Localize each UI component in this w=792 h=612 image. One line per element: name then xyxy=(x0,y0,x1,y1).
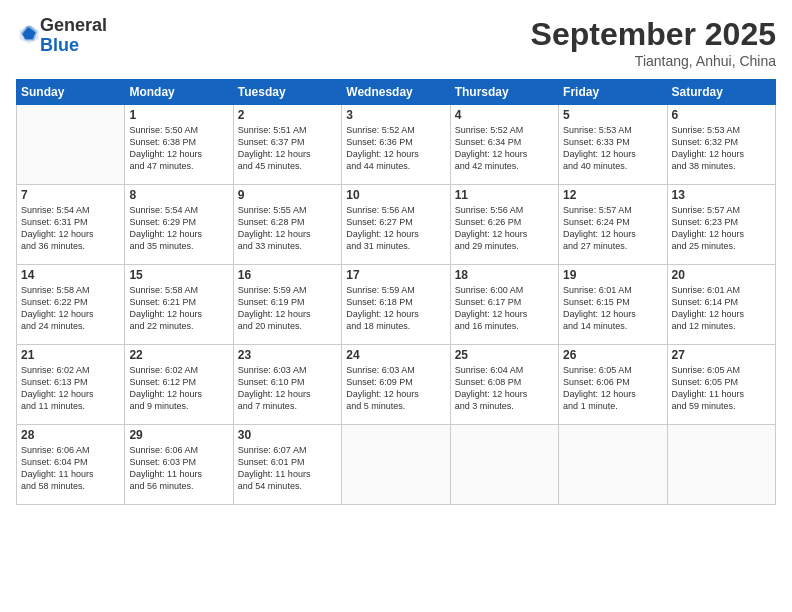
calendar-cell: 10Sunrise: 5:56 AMSunset: 6:27 PMDayligh… xyxy=(342,185,450,265)
day-number: 1 xyxy=(129,108,228,122)
day-number: 18 xyxy=(455,268,554,282)
calendar-cell: 23Sunrise: 6:03 AMSunset: 6:10 PMDayligh… xyxy=(233,345,341,425)
calendar-cell: 14Sunrise: 5:58 AMSunset: 6:22 PMDayligh… xyxy=(17,265,125,345)
day-info: Sunrise: 5:58 AMSunset: 6:21 PMDaylight:… xyxy=(129,284,228,333)
calendar-cell: 24Sunrise: 6:03 AMSunset: 6:09 PMDayligh… xyxy=(342,345,450,425)
calendar-cell: 29Sunrise: 6:06 AMSunset: 6:03 PMDayligh… xyxy=(125,425,233,505)
day-info: Sunrise: 5:57 AMSunset: 6:23 PMDaylight:… xyxy=(672,204,771,253)
logo-icon xyxy=(18,23,40,45)
calendar-cell: 27Sunrise: 6:05 AMSunset: 6:05 PMDayligh… xyxy=(667,345,775,425)
calendar-cell: 1Sunrise: 5:50 AMSunset: 6:38 PMDaylight… xyxy=(125,105,233,185)
day-number: 23 xyxy=(238,348,337,362)
calendar-cell: 5Sunrise: 5:53 AMSunset: 6:33 PMDaylight… xyxy=(559,105,667,185)
week-row-4: 21Sunrise: 6:02 AMSunset: 6:13 PMDayligh… xyxy=(17,345,776,425)
calendar-cell: 9Sunrise: 5:55 AMSunset: 6:28 PMDaylight… xyxy=(233,185,341,265)
day-info: Sunrise: 5:56 AMSunset: 6:26 PMDaylight:… xyxy=(455,204,554,253)
day-info: Sunrise: 5:53 AMSunset: 6:32 PMDaylight:… xyxy=(672,124,771,173)
day-info: Sunrise: 5:52 AMSunset: 6:36 PMDaylight:… xyxy=(346,124,445,173)
title-block: September 2025 Tiantang, Anhui, China xyxy=(531,16,776,69)
day-info: Sunrise: 6:06 AMSunset: 6:03 PMDaylight:… xyxy=(129,444,228,493)
day-number: 14 xyxy=(21,268,120,282)
calendar-cell: 21Sunrise: 6:02 AMSunset: 6:13 PMDayligh… xyxy=(17,345,125,425)
month-title: September 2025 xyxy=(531,16,776,53)
day-number: 10 xyxy=(346,188,445,202)
day-number: 9 xyxy=(238,188,337,202)
day-info: Sunrise: 6:01 AMSunset: 6:15 PMDaylight:… xyxy=(563,284,662,333)
day-info: Sunrise: 5:56 AMSunset: 6:27 PMDaylight:… xyxy=(346,204,445,253)
calendar-cell: 28Sunrise: 6:06 AMSunset: 6:04 PMDayligh… xyxy=(17,425,125,505)
week-row-3: 14Sunrise: 5:58 AMSunset: 6:22 PMDayligh… xyxy=(17,265,776,345)
calendar: SundayMondayTuesdayWednesdayThursdayFrid… xyxy=(16,79,776,505)
day-number: 25 xyxy=(455,348,554,362)
calendar-cell: 16Sunrise: 5:59 AMSunset: 6:19 PMDayligh… xyxy=(233,265,341,345)
day-info: Sunrise: 6:05 AMSunset: 6:05 PMDaylight:… xyxy=(672,364,771,413)
day-info: Sunrise: 5:52 AMSunset: 6:34 PMDaylight:… xyxy=(455,124,554,173)
day-info: Sunrise: 5:54 AMSunset: 6:31 PMDaylight:… xyxy=(21,204,120,253)
day-info: Sunrise: 6:07 AMSunset: 6:01 PMDaylight:… xyxy=(238,444,337,493)
calendar-cell: 15Sunrise: 5:58 AMSunset: 6:21 PMDayligh… xyxy=(125,265,233,345)
day-info: Sunrise: 6:05 AMSunset: 6:06 PMDaylight:… xyxy=(563,364,662,413)
day-info: Sunrise: 5:55 AMSunset: 6:28 PMDaylight:… xyxy=(238,204,337,253)
day-info: Sunrise: 5:50 AMSunset: 6:38 PMDaylight:… xyxy=(129,124,228,173)
day-number: 13 xyxy=(672,188,771,202)
day-number: 15 xyxy=(129,268,228,282)
weekday-header-thursday: Thursday xyxy=(450,80,558,105)
weekday-header-monday: Monday xyxy=(125,80,233,105)
day-info: Sunrise: 5:54 AMSunset: 6:29 PMDaylight:… xyxy=(129,204,228,253)
page: General Blue September 2025 Tiantang, An… xyxy=(0,0,792,612)
calendar-cell: 22Sunrise: 6:02 AMSunset: 6:12 PMDayligh… xyxy=(125,345,233,425)
logo-blue: Blue xyxy=(40,35,79,55)
logo: General Blue xyxy=(16,16,107,56)
day-info: Sunrise: 6:02 AMSunset: 6:13 PMDaylight:… xyxy=(21,364,120,413)
week-row-1: 1Sunrise: 5:50 AMSunset: 6:38 PMDaylight… xyxy=(17,105,776,185)
location: Tiantang, Anhui, China xyxy=(531,53,776,69)
day-info: Sunrise: 5:57 AMSunset: 6:24 PMDaylight:… xyxy=(563,204,662,253)
week-row-5: 28Sunrise: 6:06 AMSunset: 6:04 PMDayligh… xyxy=(17,425,776,505)
weekday-header-saturday: Saturday xyxy=(667,80,775,105)
week-row-2: 7Sunrise: 5:54 AMSunset: 6:31 PMDaylight… xyxy=(17,185,776,265)
calendar-cell: 18Sunrise: 6:00 AMSunset: 6:17 PMDayligh… xyxy=(450,265,558,345)
day-info: Sunrise: 6:01 AMSunset: 6:14 PMDaylight:… xyxy=(672,284,771,333)
day-info: Sunrise: 6:06 AMSunset: 6:04 PMDaylight:… xyxy=(21,444,120,493)
day-number: 22 xyxy=(129,348,228,362)
calendar-cell xyxy=(342,425,450,505)
calendar-cell: 20Sunrise: 6:01 AMSunset: 6:14 PMDayligh… xyxy=(667,265,775,345)
day-info: Sunrise: 5:59 AMSunset: 6:18 PMDaylight:… xyxy=(346,284,445,333)
day-number: 27 xyxy=(672,348,771,362)
header: General Blue September 2025 Tiantang, An… xyxy=(16,16,776,69)
calendar-cell: 8Sunrise: 5:54 AMSunset: 6:29 PMDaylight… xyxy=(125,185,233,265)
day-info: Sunrise: 6:04 AMSunset: 6:08 PMDaylight:… xyxy=(455,364,554,413)
logo-text: General Blue xyxy=(40,16,107,56)
day-number: 24 xyxy=(346,348,445,362)
calendar-cell xyxy=(559,425,667,505)
day-number: 12 xyxy=(563,188,662,202)
day-number: 8 xyxy=(129,188,228,202)
calendar-cell: 7Sunrise: 5:54 AMSunset: 6:31 PMDaylight… xyxy=(17,185,125,265)
day-number: 26 xyxy=(563,348,662,362)
day-info: Sunrise: 6:03 AMSunset: 6:09 PMDaylight:… xyxy=(346,364,445,413)
day-number: 7 xyxy=(21,188,120,202)
day-info: Sunrise: 6:03 AMSunset: 6:10 PMDaylight:… xyxy=(238,364,337,413)
day-number: 3 xyxy=(346,108,445,122)
calendar-cell: 3Sunrise: 5:52 AMSunset: 6:36 PMDaylight… xyxy=(342,105,450,185)
calendar-cell: 2Sunrise: 5:51 AMSunset: 6:37 PMDaylight… xyxy=(233,105,341,185)
day-info: Sunrise: 5:59 AMSunset: 6:19 PMDaylight:… xyxy=(238,284,337,333)
day-number: 21 xyxy=(21,348,120,362)
day-number: 2 xyxy=(238,108,337,122)
day-number: 4 xyxy=(455,108,554,122)
calendar-cell: 19Sunrise: 6:01 AMSunset: 6:15 PMDayligh… xyxy=(559,265,667,345)
calendar-cell: 13Sunrise: 5:57 AMSunset: 6:23 PMDayligh… xyxy=(667,185,775,265)
weekday-header-sunday: Sunday xyxy=(17,80,125,105)
day-info: Sunrise: 6:02 AMSunset: 6:12 PMDaylight:… xyxy=(129,364,228,413)
day-number: 20 xyxy=(672,268,771,282)
weekday-header-row: SundayMondayTuesdayWednesdayThursdayFrid… xyxy=(17,80,776,105)
day-number: 16 xyxy=(238,268,337,282)
day-number: 19 xyxy=(563,268,662,282)
day-number: 28 xyxy=(21,428,120,442)
day-info: Sunrise: 5:51 AMSunset: 6:37 PMDaylight:… xyxy=(238,124,337,173)
weekday-header-friday: Friday xyxy=(559,80,667,105)
day-number: 30 xyxy=(238,428,337,442)
weekday-header-wednesday: Wednesday xyxy=(342,80,450,105)
calendar-cell: 17Sunrise: 5:59 AMSunset: 6:18 PMDayligh… xyxy=(342,265,450,345)
calendar-cell: 11Sunrise: 5:56 AMSunset: 6:26 PMDayligh… xyxy=(450,185,558,265)
